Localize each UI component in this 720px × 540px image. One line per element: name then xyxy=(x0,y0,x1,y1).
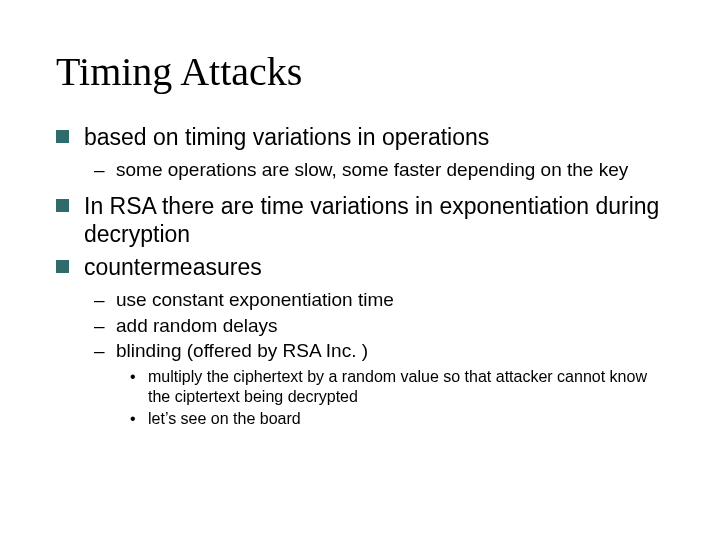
bullet-text: use constant exponentiation time xyxy=(116,289,394,310)
bullet-text: some operations are slow, some faster de… xyxy=(116,159,628,180)
list-item: multiply the ciphertext by a random valu… xyxy=(130,367,664,407)
bullet-text: multiply the ciphertext by a random valu… xyxy=(148,368,647,405)
list-item: some operations are slow, some faster de… xyxy=(94,158,664,182)
bullet-text: blinding (offered by RSA Inc. ) xyxy=(116,340,368,361)
bullet-text: add random delays xyxy=(116,315,278,336)
bullet-list-level1: based on timing variations in operations… xyxy=(56,123,664,429)
list-item: add random delays xyxy=(94,314,664,338)
slide-title: Timing Attacks xyxy=(56,48,664,95)
list-item: use constant exponentiation time xyxy=(94,288,664,312)
bullet-list-level2: use constant exponentiation time add ran… xyxy=(84,288,664,429)
bullet-text: In RSA there are time variations in expo… xyxy=(84,193,659,248)
slide: Timing Attacks based on timing variation… xyxy=(0,0,720,540)
bullet-text: based on timing variations in operations xyxy=(84,124,489,150)
list-item: countermeasures use constant exponentiat… xyxy=(56,253,664,429)
list-item: let’s see on the board xyxy=(130,409,664,429)
list-item: In RSA there are time variations in expo… xyxy=(56,192,664,250)
bullet-list-level2: some operations are slow, some faster de… xyxy=(84,158,664,182)
list-item: blinding (offered by RSA Inc. ) multiply… xyxy=(94,339,664,429)
bullet-text: let’s see on the board xyxy=(148,410,301,427)
list-item: based on timing variations in operations… xyxy=(56,123,664,182)
bullet-text: countermeasures xyxy=(84,254,262,280)
bullet-list-level3: multiply the ciphertext by a random valu… xyxy=(116,367,664,429)
